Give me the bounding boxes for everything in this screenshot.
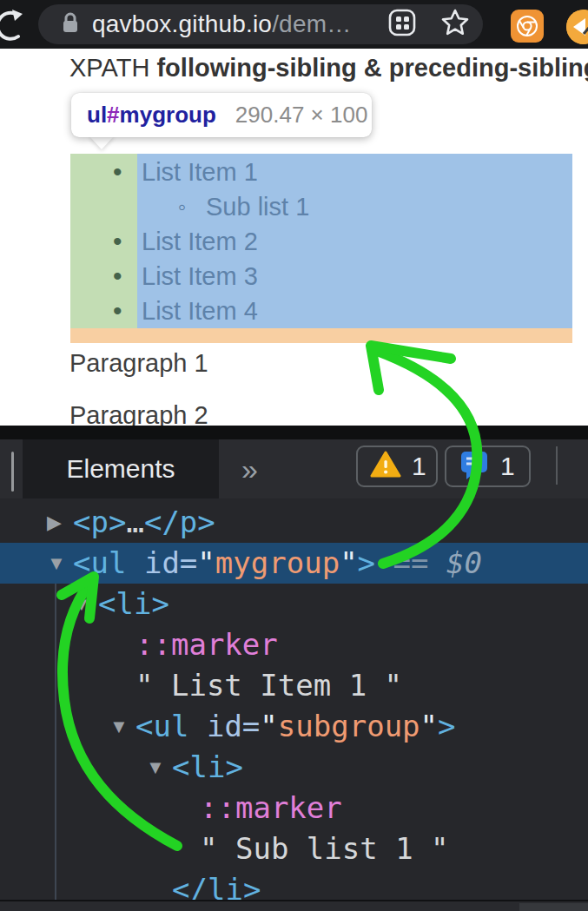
profile-avatar[interactable] [566,10,588,44]
dom-tree-row[interactable]: </li> [0,869,588,900]
toolbar-divider [556,446,558,485]
dom-node-segment: " [420,709,438,743]
devtools-scrollbar[interactable] [0,900,588,911]
dom-tree-row[interactable]: ▼<ul id="subgroup"> [0,706,588,747]
warning-count: 1 [412,452,426,481]
expand-arrow-open-icon[interactable]: ▼ [146,747,165,788]
inspect-tooltip: ul#mygroup 290.47 × 100 [71,93,372,137]
dom-node-segment: <p> [73,505,126,539]
dom-tree: ▶<p>…</p>▼<ul id="mygroup"> == $0▼<li>::… [0,498,588,900]
dom-tree-row[interactable]: ::marker [0,624,588,665]
more-tabs-glyph: » [241,452,258,486]
dom-node-segment: </li> [172,872,261,900]
tab-elements[interactable]: Elements [23,439,219,498]
warning-icon [370,451,401,482]
dom-tree-row[interactable]: " Sub list 1 " [0,828,588,869]
pill-icons [387,4,471,44]
issues-count: 1 [500,452,515,481]
dom-node-segment: <ul [135,709,188,743]
dom-node-segment: " [260,709,277,743]
lock-icon [61,11,80,38]
page-content: XPATH following-sibling & preceding-sibl… [0,49,588,426]
tooltip-selector: ul#mygroup [87,102,216,129]
bullet-icon: • [113,155,122,189]
dom-node-segment: id [144,545,180,580]
dom-node-segment: <li> [98,586,169,621]
list-item-label: List Item 1 [142,155,258,189]
url-path: /dem… [272,10,351,37]
dom-node-segment [188,709,206,743]
tab-elements-label: Elements [66,454,175,484]
message-icon [459,449,490,484]
dom-tree-row[interactable]: ▼<ul id="mygroup"> == $0 [0,543,588,584]
browser-bar: qavbox.github.io/dem… [0,0,588,49]
dom-node-segment: <ul [73,545,126,580]
dom-node-segment: $0 [446,545,482,580]
url-host: qavbox.github.io [92,10,272,37]
bullet-icon: • [113,294,122,328]
bullet-icon: • [113,224,122,259]
dom-tree-row[interactable]: ▶<p>…</p> [0,502,588,543]
dom-tree-row[interactable]: ▼<li> [0,747,588,788]
dom-node-segment: = [242,709,260,743]
reload-icon[interactable] [0,7,30,49]
highlight-margin [70,328,572,343]
dom-tree-row[interactable]: ▼<li> [0,584,588,624]
tooltip-pointer [89,135,115,149]
dom-node-segment: subgroup [278,709,420,743]
dom-node-segment: <li> [172,749,243,784]
dom-node-segment: > [438,709,455,743]
sub-bullet-icon: ◦ [178,189,186,224]
list-item-label: List Item 2 [142,224,258,259]
devtools-header: Elements » 1 1 [0,439,588,500]
dom-node-segment: " [340,545,357,580]
sub-list-item-label: Sub list 1 [206,189,309,224]
bookmark-star-icon[interactable] [439,7,471,42]
drag-handle[interactable] [11,452,14,492]
scrollbar-thumb[interactable] [519,903,588,911]
issues-badge[interactable]: 1 [445,446,531,487]
page-heading-bold: following-sibling & preceding-sibling [156,54,588,82]
devtools-top-edge[interactable] [0,426,588,439]
dom-node-segment: > [358,545,375,580]
highlight-padding [70,154,137,328]
dom-node-segment: " Sub list 1 " [200,831,449,866]
dom-node-segment [126,545,143,580]
dom-node-segment: = [180,545,197,580]
dom-node-segment: " [197,545,215,580]
bullet-icon: • [113,259,122,294]
page-heading-prefix: XPATH [69,54,156,82]
warning-badge[interactable]: 1 [356,446,438,487]
list-item-label: List Item 4 [142,294,258,328]
url-bar[interactable]: qavbox.github.io/dem… [38,4,483,44]
dom-node-segment: mygroup [215,545,340,580]
dom-node-segment: … [126,505,143,539]
dom-node-segment: == [375,545,446,580]
tooltip-tag: ul [87,102,107,128]
tooltip-size: 290.47 × 100 [235,102,368,129]
expand-arrow-open-icon[interactable]: ▼ [72,584,91,624]
expand-arrow-closed-icon[interactable]: ▶ [47,502,62,543]
dom-node-segment: ::marker [200,790,342,825]
dom-node-segment: id [207,709,242,743]
dom-node-segment: " List Item 1 " [135,668,402,703]
screen: qavbox.github.io/dem… [0,0,588,911]
overflow-menu-icon[interactable]: ⋮ [582,453,588,483]
page-heading: XPATH following-sibling & preceding-sibl… [69,54,588,83]
tooltip-hash: # [107,102,119,128]
dom-tree-row[interactable]: " List Item 1 " [0,665,588,706]
paragraph: Paragraph 1 [69,349,208,378]
list-item-label: List Item 3 [142,259,258,294]
tab-switcher-icon[interactable] [387,8,417,41]
tooltip-id: mygroup [120,102,216,128]
dom-tree-row[interactable]: ::marker [0,788,588,828]
more-tabs-icon[interactable]: » [241,439,258,498]
url-text: qavbox.github.io/dem… [92,10,351,38]
expand-arrow-open-icon[interactable]: ▼ [109,706,129,747]
chrome-logo-icon[interactable] [511,10,544,43]
dom-node-segment: </p> [144,505,215,539]
expand-arrow-open-icon[interactable]: ▼ [47,543,66,584]
dom-node-segment: ::marker [135,627,278,662]
